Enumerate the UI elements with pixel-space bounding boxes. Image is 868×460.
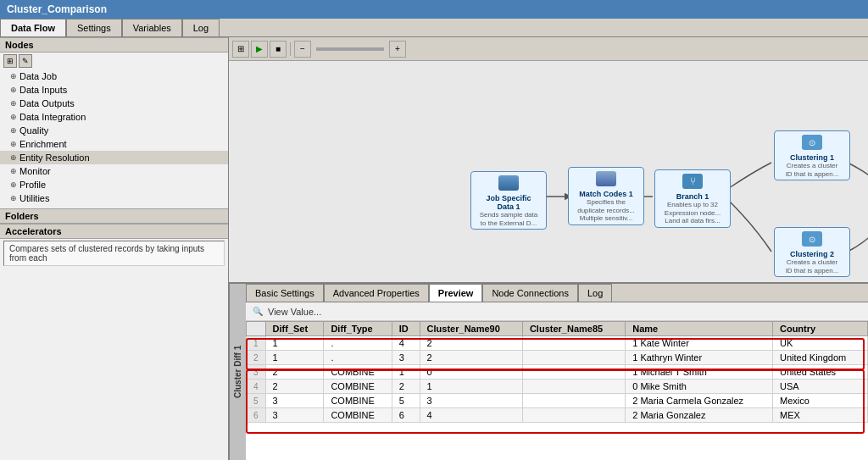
cell-cluster-name90: 2: [420, 336, 522, 351]
accelerators-section: Accelerators Compares sets of clustered …: [0, 224, 228, 460]
tree-item-quality[interactable]: ⊕ Quality: [0, 124, 228, 137]
cell-diff-set: 3: [265, 394, 324, 408]
flow-toolbar: ⊞ ▶ ■ − +: [229, 37, 868, 61]
zoom-slider[interactable]: [316, 47, 384, 51]
cell-diff-type: COMBINE: [324, 394, 392, 408]
toolbar-icon-2[interactable]: ✎: [19, 54, 32, 68]
col-header-rownum: [247, 322, 266, 336]
expand-icon: ⊕: [10, 113, 17, 121]
toolbar-run-icon[interactable]: ▶: [251, 41, 268, 58]
tree-item-data-integration[interactable]: ⊕ Data Integration: [0, 110, 228, 124]
toolbar-zoom-in-icon[interactable]: +: [389, 41, 406, 58]
table-row[interactable]: 3 2 COMBINE 1 0 1 Michael T Smith United…: [247, 365, 868, 380]
node-desc: Specifies theduplicate records...Multipl…: [570, 198, 642, 223]
table-row[interactable]: 6 3 COMBINE 6 4 2 Maria Gonzalez MEX: [247, 408, 868, 423]
bottom-main: Basic Settings Advanced Properties Previ…: [246, 284, 868, 460]
table-row[interactable]: 2 1 . 3 2 1 Kathryn Winter United Kingdo…: [247, 351, 868, 365]
tab-node-connections[interactable]: Node Connections: [482, 284, 578, 302]
cell-name: 0 Mike Smith: [626, 380, 773, 394]
accelerators-title: Accelerators: [0, 224, 228, 239]
flow-node-job-specific-data[interactable]: Job SpecificData 1 Sends sample datato t…: [470, 171, 547, 230]
row-number: 6: [247, 408, 266, 423]
cell-id: 1: [392, 365, 420, 380]
nodes-section-title: Nodes: [0, 37, 228, 53]
flow-canvas[interactable]: Job SpecificData 1 Sends sample datato t…: [229, 61, 868, 282]
tab-settings[interactable]: Settings: [66, 19, 122, 36]
table-row[interactable]: 4 2 COMBINE 2 1 0 Mike Smith USA: [247, 380, 868, 394]
toolbar-stop-icon[interactable]: ■: [270, 41, 287, 58]
preview-toolbar: 🔍 View Value...: [246, 302, 868, 321]
bottom-area: Cluster Diff 1 Basic Settings Advanced P…: [229, 282, 868, 460]
toolbar-fit-icon[interactable]: ⊞: [232, 41, 249, 58]
expand-icon: ⊕: [10, 86, 17, 94]
tab-log[interactable]: Log: [182, 19, 220, 36]
cell-cluster-name85: [522, 380, 625, 394]
cell-diff-set: 2: [265, 380, 324, 394]
title-bar: Cluster_Comparison: [0, 0, 868, 19]
expand-icon: ⊕: [10, 99, 17, 108]
tree-item-entity-resolution[interactable]: ⊕ Entity Resolution: [0, 151, 228, 164]
cell-country: USA: [772, 380, 867, 394]
tab-advanced-properties[interactable]: Advanced Properties: [324, 284, 429, 302]
view-value-button[interactable]: View Value...: [268, 307, 321, 317]
col-header-name: Name: [626, 322, 773, 336]
tree-item-utilities[interactable]: ⊕ Utilities: [0, 191, 228, 205]
accelerator-description: Compares sets of clustered records by ta…: [3, 241, 225, 266]
toolbar-icon-1[interactable]: ⊞: [3, 54, 17, 68]
table-header-row: Diff_Set Diff_Type ID Cluster_Name90 Clu…: [247, 322, 868, 336]
cell-id: 6: [392, 408, 420, 423]
cell-country: United States: [772, 365, 867, 380]
flow-node-branch[interactable]: ⑂ Branch 1 Enables up to 32Expression no…: [654, 169, 731, 228]
left-panel: Nodes ⊞ ✎ ⊕ Data Job ⊕ Data Inputs ⊕ Dat…: [0, 37, 229, 460]
tree-item-data-outputs[interactable]: ⊕ Data Outputs: [0, 97, 228, 110]
folders-title: Folders: [0, 208, 228, 224]
clustering1-icon: ⊙: [800, 133, 824, 152]
bottom-tab-bar: Basic Settings Advanced Properties Previ…: [246, 284, 868, 302]
cell-id: 2: [392, 380, 420, 394]
tab-data-flow[interactable]: Data Flow: [0, 19, 66, 36]
top-tab-bar: Data Flow Settings Variables Log: [0, 19, 868, 37]
col-header-diff-type: Diff_Type: [324, 322, 392, 336]
cell-diff-type: COMBINE: [324, 380, 392, 394]
cell-cluster-name90: 3: [420, 394, 522, 408]
tab-variables[interactable]: Variables: [122, 19, 182, 36]
data-table: Diff_Set Diff_Type ID Cluster_Name90 Clu…: [246, 321, 868, 423]
table-row[interactable]: 1 1 . 4 2 1 Kate Winter UK: [247, 336, 868, 351]
table-row[interactable]: 5 3 COMBINE 5 3 2 Maria Carmela Gonzalez…: [247, 394, 868, 408]
tree-item-enrichment[interactable]: ⊕ Enrichment: [0, 137, 228, 151]
cell-name: 2 Maria Carmela Gonzalez: [626, 394, 773, 408]
flow-node-clustering1[interactable]: ⊙ Clustering 1 Creates a clusterID that …: [774, 130, 850, 180]
cell-diff-set: 3: [265, 408, 324, 423]
tree-item-monitor[interactable]: ⊕ Monitor: [0, 164, 228, 178]
node-title: Branch 1: [657, 192, 728, 201]
toolbar-separator: [290, 42, 291, 56]
node-title: Clustering 1: [776, 153, 848, 162]
data-table-container[interactable]: Diff_Set Diff_Type ID Cluster_Name90 Clu…: [246, 321, 868, 460]
expand-icon: ⊕: [10, 126, 17, 135]
tab-log-bottom[interactable]: Log: [578, 284, 612, 302]
expand-icon: ⊕: [10, 140, 17, 148]
match-codes-icon: [594, 169, 618, 188]
row-number: 5: [247, 394, 266, 408]
col-header-id: ID: [392, 322, 420, 336]
flow-node-match-codes[interactable]: Match Codes 1 Specifies theduplicate rec…: [568, 167, 644, 225]
flow-connections-svg: [229, 61, 868, 282]
cell-cluster-name90: 1: [420, 380, 522, 394]
cell-diff-type: COMBINE: [324, 365, 392, 380]
tab-preview[interactable]: Preview: [429, 284, 483, 302]
cell-diff-set: 2: [265, 365, 324, 380]
cell-name: 2 Maria Gonzalez: [626, 408, 773, 423]
tab-basic-settings[interactable]: Basic Settings: [246, 284, 324, 302]
toolbar-zoom-out-icon[interactable]: −: [294, 41, 311, 58]
folders-section: Folders: [0, 208, 228, 224]
row-number: 3: [247, 365, 266, 380]
row-number: 1: [247, 336, 266, 351]
cell-cluster-name85: [522, 336, 625, 351]
cell-name: 1 Michael T Smith: [626, 365, 773, 380]
clustering2-icon: ⊙: [800, 230, 824, 248]
col-header-country: Country: [772, 322, 867, 336]
flow-node-clustering2[interactable]: ⊙ Clustering 2 Creates a clusterID that …: [774, 227, 850, 277]
tree-item-data-inputs[interactable]: ⊕ Data Inputs: [0, 83, 228, 97]
tree-item-profile[interactable]: ⊕ Profile: [0, 178, 228, 191]
tree-item-data-job[interactable]: ⊕ Data Job: [0, 69, 228, 83]
